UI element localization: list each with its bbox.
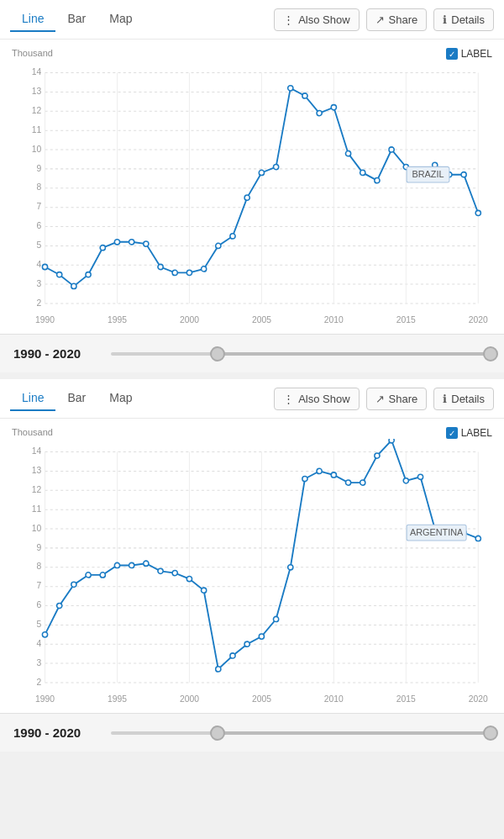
svg-point-120 (144, 561, 149, 566)
grid-icon-0: ⋮ (283, 13, 294, 26)
slider-handle-left-0[interactable] (210, 346, 225, 361)
svg-text:8: 8 (37, 562, 42, 572)
svg-point-123 (186, 576, 192, 581)
share-button-1[interactable]: ↗ Share (366, 388, 428, 410)
svg-point-51 (202, 266, 207, 272)
svg-point-127 (244, 641, 249, 646)
details-button-1[interactable]: ℹ Details (433, 388, 494, 410)
svg-point-117 (100, 573, 105, 578)
svg-point-59 (317, 110, 322, 115)
label-text-1: LABEL (461, 427, 492, 439)
checkbox-1[interactable] (446, 427, 458, 439)
svg-point-128 (259, 634, 264, 639)
slider-handle-left-1[interactable] (210, 726, 225, 741)
slider-track-1[interactable] (111, 731, 491, 735)
svg-text:BRAZIL: BRAZIL (412, 169, 444, 179)
svg-point-61 (345, 151, 350, 156)
info-icon-0: ℹ (443, 13, 447, 26)
share-icon-1: ↗ (375, 393, 385, 405)
svg-point-136 (375, 453, 380, 458)
svg-text:11: 11 (32, 125, 42, 135)
tab-bar-0[interactable]: Bar (55, 7, 97, 32)
svg-point-52 (216, 243, 221, 248)
tab-map-1[interactable]: Map (97, 386, 144, 411)
svg-point-134 (345, 480, 350, 485)
svg-point-49 (172, 270, 177, 275)
also-show-button-0[interactable]: ⋮ Also Show (274, 8, 359, 31)
svg-point-47 (144, 241, 149, 246)
svg-text:1990: 1990 (35, 694, 55, 704)
svg-point-139 (417, 474, 423, 479)
svg-text:5: 5 (37, 240, 42, 250)
svg-point-56 (273, 164, 278, 169)
label-text-0: LABEL (461, 48, 492, 60)
tab-bar-1[interactable]: Bar (55, 386, 97, 411)
svg-point-48 (158, 264, 163, 269)
tab-line-1[interactable]: Line (10, 386, 55, 411)
svg-text:2: 2 (37, 298, 42, 308)
svg-point-143 (475, 536, 480, 541)
svg-text:2000: 2000 (180, 315, 199, 325)
svg-text:13: 13 (32, 87, 42, 96)
svg-point-133 (331, 472, 336, 478)
also-show-label-1: Also Show (298, 393, 349, 405)
checkbox-0[interactable] (446, 48, 458, 60)
svg-point-57 (288, 86, 293, 91)
tab-line-0[interactable]: Line (10, 7, 55, 32)
svg-text:6: 6 (37, 221, 42, 230)
svg-point-121 (158, 568, 163, 573)
also-show-button-1[interactable]: ⋮ Also Show (274, 388, 359, 410)
slider-handle-right-0[interactable] (483, 346, 498, 361)
svg-text:9: 9 (37, 543, 42, 552)
svg-point-114 (57, 603, 62, 608)
svg-text:7: 7 (37, 202, 42, 211)
svg-text:9: 9 (37, 164, 42, 173)
svg-point-62 (360, 170, 365, 175)
chart-container-1: LineBarMap ⋮ Also Show ↗ Share ℹ Details… (0, 379, 504, 752)
label-checkbox-0[interactable]: LABEL (446, 48, 492, 60)
svg-point-131 (302, 476, 307, 481)
svg-point-119 (129, 562, 134, 567)
svg-point-126 (230, 653, 235, 658)
label-checkbox-1[interactable]: LABEL (446, 427, 492, 439)
svg-text:12: 12 (32, 106, 42, 115)
svg-point-42 (71, 283, 76, 288)
svg-point-130 (288, 565, 293, 570)
svg-point-113 (42, 632, 47, 637)
share-label-0: Share (389, 13, 418, 26)
svg-point-41 (57, 272, 62, 277)
toolbar-0: LineBarMap ⋮ Also Show ↗ Share ℹ Details (0, 0, 504, 40)
svg-point-63 (375, 178, 380, 183)
svg-point-45 (114, 240, 119, 245)
range-bar-0: 1990 - 2020 (0, 334, 504, 372)
details-button-0[interactable]: ℹ Details (433, 8, 494, 31)
range-bar-1: 1990 - 2020 (0, 713, 504, 752)
svg-text:3: 3 (37, 658, 42, 668)
svg-text:1995: 1995 (108, 694, 127, 704)
svg-text:1995: 1995 (108, 315, 127, 325)
tab-group-1: LineBarMap (10, 386, 144, 411)
svg-text:4: 4 (37, 639, 42, 648)
tab-map-0[interactable]: Map (97, 7, 144, 32)
svg-text:2000: 2000 (180, 694, 199, 704)
slider-handle-right-1[interactable] (483, 726, 498, 741)
share-icon-0: ↗ (375, 13, 385, 26)
svg-text:14: 14 (32, 446, 42, 456)
grid-icon-1: ⋮ (283, 393, 294, 405)
slider-track-0[interactable] (111, 352, 491, 356)
svg-text:3: 3 (37, 279, 42, 288)
svg-point-138 (403, 478, 408, 483)
svg-text:2020: 2020 (469, 694, 488, 704)
svg-point-135 (360, 480, 365, 485)
share-button-0[interactable]: ↗ Share (366, 8, 428, 31)
svg-text:10: 10 (32, 524, 42, 533)
svg-text:13: 13 (32, 466, 42, 475)
svg-text:2005: 2005 (252, 315, 271, 325)
tab-group-0: LineBarMap (10, 7, 144, 32)
svg-point-70 (475, 210, 480, 215)
svg-point-44 (100, 245, 105, 251)
svg-text:2010: 2010 (324, 315, 344, 325)
chart-svg: 1413121110987654321990199520002005201020… (8, 439, 496, 709)
y-axis-label-0: Thousand (12, 48, 496, 58)
svg-text:6: 6 (37, 600, 42, 609)
